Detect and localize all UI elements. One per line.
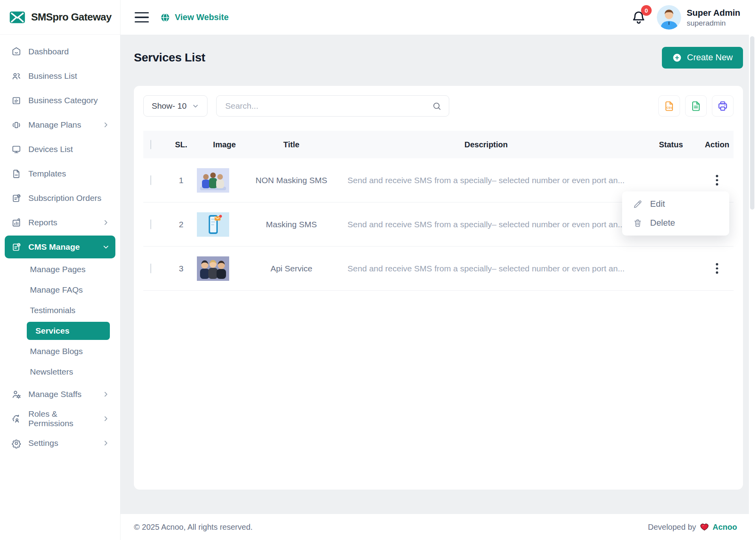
notification-badge: 0: [641, 5, 652, 16]
page-title: Services List: [134, 51, 205, 64]
sidebar-item-label: Dashboard: [28, 47, 69, 56]
row-checkbox[interactable]: [150, 175, 151, 185]
sidebar-subitem-manage-pages[interactable]: Manage Pages: [5, 259, 115, 280]
sidebar-item-label: Templates: [28, 169, 66, 178]
delete-menu-item[interactable]: Delete: [622, 213, 729, 232]
col-header-sl: SL.: [165, 140, 197, 149]
row-sl: 2: [165, 220, 197, 229]
plus-circle-icon: [672, 53, 682, 63]
row-title: Api Service: [252, 264, 331, 273]
heart-icon: [700, 522, 709, 532]
printer-icon: [717, 100, 729, 112]
dashboard-icon: [11, 46, 22, 57]
page-scrollbar[interactable]: [749, 0, 756, 540]
view-website-label: View Website: [175, 13, 229, 22]
chevron-right-icon: [102, 121, 110, 129]
row-actions-menu-button[interactable]: [711, 261, 723, 276]
developed-by: Developed by Acnoo: [648, 522, 737, 532]
cms-file-check-icon: [11, 242, 22, 252]
sidebar-item-label: Roles & Permissions: [28, 409, 95, 428]
sidebar-item-label: Reports: [28, 218, 57, 227]
page-header: Services List Create New: [134, 46, 743, 69]
menu-toggle-icon[interactable]: [135, 12, 149, 22]
scrollbar-thumb[interactable]: [750, 36, 754, 210]
toggle-knob: [630, 270, 640, 280]
services-card: Show- 10 CSV: [134, 86, 743, 490]
sidebar-item-templates[interactable]: Templates: [5, 161, 115, 186]
show-entries-select[interactable]: Show- 10: [143, 95, 208, 117]
developer-link[interactable]: Acnoo: [713, 523, 737, 532]
sidebar-nav: Dashboard Business List Business Categor…: [0, 35, 120, 455]
table-header-row: SL. Image Title Description Status Actio…: [143, 131, 734, 158]
sidebar-subitem-testimonials[interactable]: Testimonials: [5, 300, 115, 321]
create-new-button[interactable]: Create New: [662, 47, 743, 69]
search-input[interactable]: [224, 101, 432, 111]
sidebar-item-cms-manage[interactable]: CMS Manage: [5, 236, 115, 258]
sidebar-item-subscription-orders[interactable]: Subscription Orders: [5, 186, 115, 210]
top-header: View Website 0: [120, 0, 756, 35]
user-gear-icon: [11, 389, 22, 400]
col-header-action: Action: [700, 140, 734, 149]
svg-text:CSV: CSV: [667, 106, 673, 109]
sidebar-item-business-list[interactable]: Business List: [5, 64, 115, 88]
create-new-label: Create New: [687, 52, 733, 63]
category-card-icon: [11, 95, 22, 106]
trash-icon: [633, 218, 643, 228]
user-handle: superadmin: [687, 19, 740, 28]
col-header-status: Status: [641, 140, 700, 149]
row-checkbox[interactable]: [150, 264, 151, 273]
gear-icon: [11, 438, 22, 449]
sidebar-item-label: CMS Manage: [28, 242, 80, 252]
chevron-down-icon: [102, 243, 110, 251]
export-csv-button[interactable]: CSV: [658, 95, 680, 117]
sidebar-subitem-newsletters[interactable]: Newsletters: [5, 362, 115, 382]
sidebar-item-settings[interactable]: Settings: [5, 431, 115, 455]
sidebar-item-business-category[interactable]: Business Category: [5, 88, 115, 113]
brand-name: SMSpro Gateway: [31, 11, 111, 23]
edit-menu-item[interactable]: Edit: [622, 195, 729, 213]
view-website-link[interactable]: View Website: [160, 12, 229, 23]
sidebar-item-label: Subscription Orders: [28, 193, 102, 203]
sidebar-item-roles-permissions[interactable]: Roles & Permissions: [5, 406, 115, 431]
sidebar-subitem-services[interactable]: Services: [27, 322, 110, 340]
chevron-right-icon: [102, 219, 110, 226]
sidebar-item-dashboard[interactable]: Dashboard: [5, 39, 115, 64]
user-menu[interactable]: Super Admin superadmin: [657, 5, 740, 30]
copyright-text: © 2025 Acnoo, All rights reserved.: [134, 523, 253, 532]
service-thumbnail: [197, 256, 252, 281]
row-title: NON Masking SMS: [252, 176, 331, 185]
print-button[interactable]: [712, 95, 734, 117]
row-actions-menu-button[interactable]: [711, 173, 723, 188]
row-sl: 1: [165, 176, 197, 185]
sidebar-subitem-manage-faqs[interactable]: Manage FAQs: [5, 280, 115, 300]
file-check-icon: [11, 193, 22, 204]
sidebar-subitem-manage-blogs[interactable]: Manage Blogs: [5, 341, 115, 362]
sidebar-item-devices-list[interactable]: Devices List: [5, 137, 115, 161]
search-icon: [432, 101, 442, 111]
notifications-button[interactable]: 0: [631, 9, 647, 25]
sidebar-item-label: Manage Staffs: [28, 390, 82, 399]
select-all-checkbox[interactable]: [150, 140, 151, 149]
chevron-right-icon: [102, 439, 110, 447]
avatar: [657, 5, 681, 30]
export-buttons: CSV: [658, 95, 734, 117]
brand-logo[interactable]: SMSpro Gateway: [0, 0, 120, 35]
header-right: 0: [631, 5, 740, 30]
globe-icon: [160, 12, 170, 23]
sidebar-item-reports[interactable]: Reports: [5, 210, 115, 235]
cms-submenu: Manage Pages Manage FAQs Testimonials Se…: [5, 259, 115, 382]
service-thumbnail: [197, 168, 252, 193]
page-content: Services List Create New Show- 10: [120, 35, 756, 514]
row-title: Masking SMS: [252, 220, 331, 229]
file-text-icon: [690, 100, 702, 112]
user-name: Super Admin: [687, 7, 740, 19]
sub-item-label: Services: [35, 326, 69, 336]
file-icon: [11, 169, 22, 179]
sub-item-label: Newsletters: [30, 367, 73, 377]
chevron-right-icon: [102, 415, 110, 423]
sidebar-item-manage-plans[interactable]: Manage Plans: [5, 113, 115, 137]
export-doc-button[interactable]: [685, 95, 707, 117]
sidebar-item-manage-staffs[interactable]: Manage Staffs: [5, 382, 115, 406]
row-checkbox[interactable]: [150, 219, 151, 229]
sidebar-item-label: Business Category: [28, 96, 98, 105]
